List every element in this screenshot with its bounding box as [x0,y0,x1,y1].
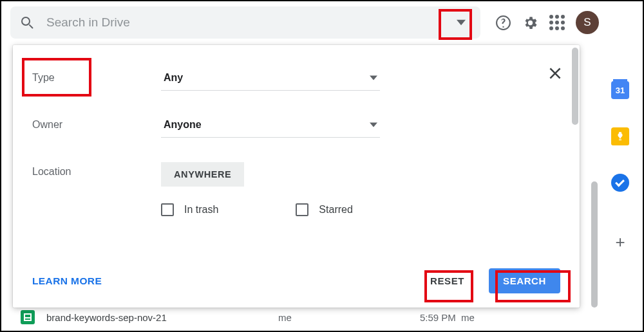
google-apps-icon[interactable] [549,14,565,31]
in-trash-label: In trash [184,204,218,216]
account-avatar[interactable]: S [576,11,599,34]
in-trash-checkbox[interactable]: In trash [161,203,218,216]
learn-more-link[interactable]: LEARN MORE [32,275,102,287]
starred-label: Starred [319,204,352,216]
file-row[interactable]: brand-keywords-sep-nov-21 me 5:59 PM me [21,310,591,324]
side-panel: 31 + [600,45,640,328]
search-icon [19,15,35,30]
location-label: Location [32,162,161,178]
search-placeholder: Search in Drive [46,15,448,30]
search-button[interactable]: SEARCH [489,268,560,293]
type-label: Type [32,68,161,84]
location-chip-anywhere[interactable]: ANYWHERE [161,162,244,187]
search-bar[interactable]: Search in Drive [10,6,480,39]
addons-plus-icon[interactable]: + [611,233,629,251]
advanced-search-panel: Type Any Owner Anyone Location ANYWHERE … [13,45,580,308]
owner-dropdown[interactable]: Anyone [161,115,380,138]
checkbox-icon [296,203,308,216]
settings-gear-icon[interactable] [522,14,538,31]
help-icon[interactable] [495,14,511,31]
file-name: brand-keywords-sep-nov-21 [46,312,278,323]
panel-scrollbar[interactable] [572,48,578,125]
header-actions: S [495,11,599,34]
list-scrollbar[interactable] [591,181,598,308]
file-owner: me [278,312,420,323]
calendar-icon[interactable]: 31 [611,81,629,99]
caret-down-icon [457,18,466,27]
file-modified-time: 5:59 PM me [420,312,510,323]
starred-checkbox[interactable]: Starred [296,203,352,216]
caret-down-icon [370,121,377,129]
sheets-file-icon [21,310,35,324]
owner-value: Anyone [164,119,202,131]
close-button[interactable] [545,63,565,84]
keep-icon[interactable] [611,127,629,145]
search-options-toggle[interactable] [448,10,474,35]
close-icon [547,65,564,82]
owner-label: Owner [32,115,161,131]
checkbox-icon [161,203,174,216]
tasks-icon[interactable] [611,174,629,192]
caret-down-icon [370,74,377,82]
app-header: Search in Drive S [1,1,643,44]
type-dropdown[interactable]: Any [161,68,380,91]
reset-button[interactable]: RESET [419,268,476,293]
type-value: Any [164,72,183,84]
